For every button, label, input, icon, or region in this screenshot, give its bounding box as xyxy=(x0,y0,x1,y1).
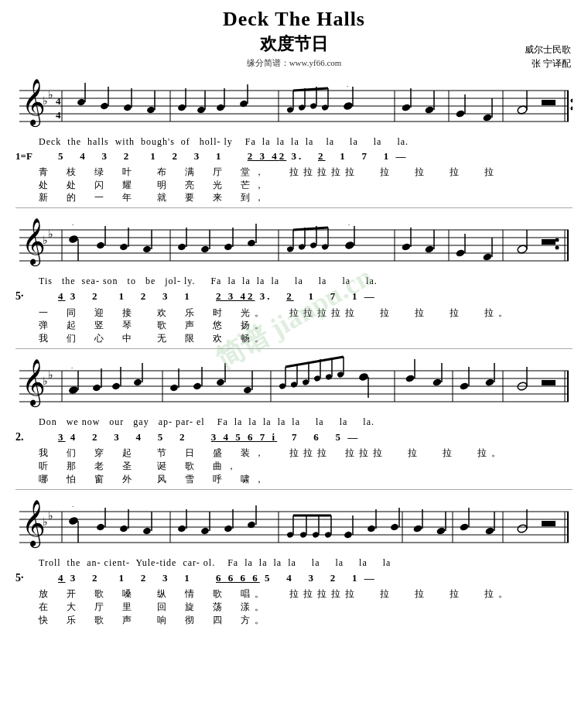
svg-point-169 xyxy=(459,382,469,390)
svg-rect-56 xyxy=(542,100,556,105)
svg-point-222 xyxy=(390,522,399,531)
svg-point-148 xyxy=(243,385,252,394)
svg-text:.: . xyxy=(72,219,74,227)
svg-point-20 xyxy=(100,102,109,111)
key-sig-2: 5· xyxy=(15,288,58,305)
svg-point-146 xyxy=(216,378,225,386)
key-sig-3: 2. xyxy=(15,429,58,446)
lyrics-en-1: Deck the halls with bough's of holl- ly … xyxy=(39,136,573,148)
svg-point-133 xyxy=(68,385,79,396)
svg-point-84 xyxy=(177,243,186,252)
svg-text:4: 4 xyxy=(56,95,61,107)
svg-point-218 xyxy=(344,530,353,539)
zh-4-row2: 在 大 厅 里 回 旋 荡 漾。 xyxy=(39,601,573,614)
staff-section-1: 𝄞 ♭ ♭ xyxy=(15,75,573,133)
svg-point-112 xyxy=(517,245,528,255)
svg-point-140 xyxy=(133,378,142,386)
jianpu-notes-4: 4 3 2 1 2 3 1 6 6 6 6 5 4 3 2 1 — xyxy=(58,570,377,587)
svg-text:.: . xyxy=(72,501,74,509)
svg-point-142 xyxy=(169,383,179,392)
svg-point-32 xyxy=(239,100,248,108)
staff-svg-3: 𝄞 ♭ ♭ . xyxy=(15,355,573,413)
svg-point-224 xyxy=(412,524,422,533)
zh-1-row1: 青 枝 绿 叶 布 满 厅 堂， 拉拉拉拉拉 拉 拉 拉 拉 xyxy=(39,166,573,179)
svg-point-138 xyxy=(111,382,121,390)
jianpu-notes-3: 3 4 2 3 4 5 2 3 4 5 6 7 i 7 6 5 — xyxy=(58,430,360,446)
svg-point-22 xyxy=(123,104,132,112)
svg-point-106 xyxy=(424,245,434,254)
svg-point-203 xyxy=(200,526,210,535)
zh-2-row1: 一 同 迎 接 欢 乐 时 光。 拉拉拉拉拉 拉 拉 拉 拉。 xyxy=(39,306,573,320)
svg-text:♭: ♭ xyxy=(43,516,48,528)
title-english: Deck The Halls xyxy=(15,8,573,31)
lyrics-block-1: Deck the halls with bough's of holl- ly … xyxy=(15,136,573,208)
staff-section-3: 𝄞 ♭ ♭ . xyxy=(15,355,573,413)
svg-point-136 xyxy=(92,383,101,392)
zh-3-row3: 哪 怕 窗 外 风 雪 呼 啸， xyxy=(39,473,573,486)
svg-text:♭: ♭ xyxy=(43,95,48,107)
svg-point-144 xyxy=(193,382,202,390)
staff-svg-1: 𝄞 ♭ ♭ xyxy=(15,75,573,133)
lyrics-block-3: Don we now our gay ap- par- el Fa la la … xyxy=(15,416,573,490)
svg-point-80 xyxy=(119,243,128,252)
attr-line2: 张 宁译配 xyxy=(525,57,571,70)
svg-text:.: . xyxy=(347,80,348,88)
svg-point-78 xyxy=(96,241,105,250)
zh-3-row2: 听 那 老 圣 诞 歌 曲， xyxy=(39,460,573,473)
jianpu-row-2: 5· 4 3 2 1 2 3 1 2 3 42 3. 2 1 7 1 — xyxy=(15,288,573,305)
svg-point-195 xyxy=(96,522,105,531)
svg-point-171 xyxy=(484,378,494,386)
staff-svg-2: 𝄞 ♭ ♭ . xyxy=(15,214,573,272)
svg-point-226 xyxy=(436,526,446,535)
svg-text:♭: ♭ xyxy=(43,235,48,246)
svg-text:.: . xyxy=(348,219,350,227)
zh-1-row3: 新 的 一 年 就 要 来 到， xyxy=(39,191,573,204)
lyrics-block-2: Tis the sea- son to be jol- ly. Fa la la… xyxy=(15,276,573,349)
title-chinese: 欢度节日 xyxy=(15,33,573,56)
svg-text:4: 4 xyxy=(56,109,61,121)
svg-point-86 xyxy=(200,245,210,254)
svg-point-110 xyxy=(482,253,492,262)
svg-point-197 xyxy=(119,524,128,533)
zh-2-row2: 弹 起 竖 琴 歌 声 悠 扬。 xyxy=(39,319,573,332)
attr-line1: 威尔士民歌 xyxy=(525,43,571,57)
svg-rect-234 xyxy=(542,521,556,526)
lyrics-block-4: Troll the an- cient- Yule-tide car- ol. … xyxy=(15,557,573,627)
lyrics-en-2: Tis the sea- son to be jol- ly. Fa la la… xyxy=(39,276,573,287)
svg-point-205 xyxy=(224,524,233,533)
jianpu-row-1: 1=F 5 4 3 2 1 2 3 1 2 3 42 3. 2 1 7 1 — xyxy=(15,149,573,165)
zh-2-row3: 我 们 心 中 无 限 欢 畅。 xyxy=(39,332,573,345)
svg-point-115 xyxy=(556,238,559,242)
svg-point-24 xyxy=(146,106,156,115)
svg-point-230 xyxy=(484,526,494,535)
svg-point-228 xyxy=(459,522,469,531)
title-section: Deck The Halls 欢度节日 缘分简谱：www.yf66.com xyxy=(15,8,573,69)
svg-point-75 xyxy=(68,235,79,245)
svg-point-163 xyxy=(358,372,369,382)
svg-text:♭: ♭ xyxy=(43,375,48,387)
svg-point-167 xyxy=(432,378,442,386)
svg-point-82 xyxy=(142,245,152,254)
svg-point-48 xyxy=(424,105,434,114)
staff-section-4: 𝄞 ♭ ♭ . xyxy=(15,496,573,554)
lyrics-en-4: Troll the an- cient- Yule-tide car- ol. … xyxy=(39,557,573,569)
svg-point-16 xyxy=(571,99,573,103)
svg-point-26 xyxy=(177,104,186,112)
svg-point-220 xyxy=(367,524,376,533)
svg-point-46 xyxy=(401,103,411,111)
svg-point-101 xyxy=(344,241,355,251)
staff-svg-4: 𝄞 ♭ ♭ . xyxy=(15,496,573,554)
jianpu-row-4: 5· 4 3 2 1 2 3 1 6 6 6 6 5 4 3 2 1 — xyxy=(15,570,573,587)
svg-point-232 xyxy=(517,523,528,533)
svg-text:.: . xyxy=(71,362,73,370)
subtitle: 缘分简谱：www.yf66.com xyxy=(15,57,573,69)
svg-point-199 xyxy=(142,526,152,535)
svg-point-54 xyxy=(517,105,528,115)
jianpu-row-3: 2. 3 4 2 3 4 5 2 3 4 5 6 7 i 7 6 5 — xyxy=(15,429,573,446)
zh-4-row3: 快 乐 歌 声 响 彻 四 方。 xyxy=(39,614,573,627)
svg-point-90 xyxy=(247,239,256,248)
svg-point-207 xyxy=(247,520,256,529)
jianpu-notes-1: 5 4 3 2 1 2 3 1 2 3 42 3. 2 1 7 1 — xyxy=(58,149,409,165)
svg-point-108 xyxy=(455,249,465,258)
svg-point-201 xyxy=(177,524,186,533)
